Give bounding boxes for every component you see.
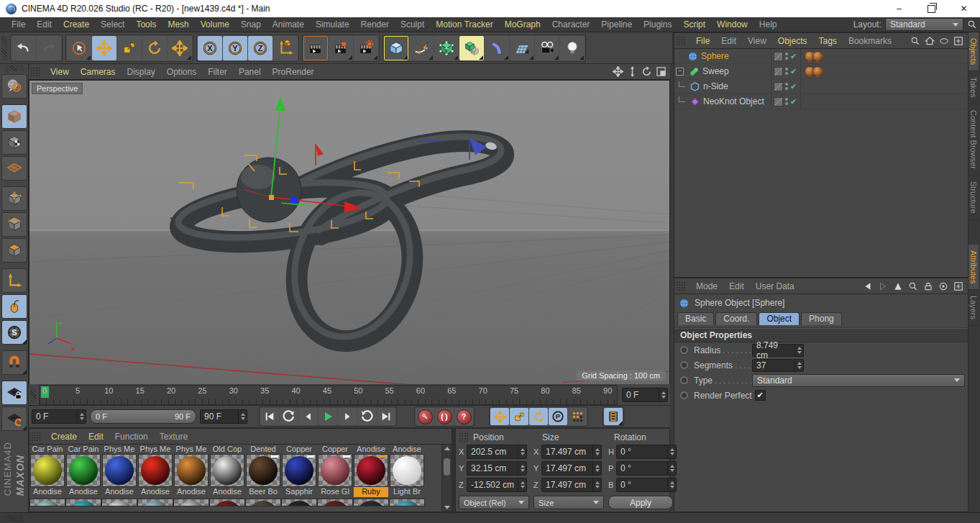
add-panel-icon[interactable] (953, 36, 963, 46)
menu-render[interactable]: Render (355, 19, 395, 29)
menu-help[interactable]: Help (754, 19, 783, 29)
menu-snap[interactable]: Snap (235, 19, 267, 29)
viewport-menu-options[interactable]: Options (161, 67, 202, 77)
workplane-lock-button[interactable] (1, 381, 27, 405)
current-frame-field[interactable]: 0 F (622, 388, 668, 402)
material-thumbnail[interactable] (138, 454, 173, 487)
material-thumbnail[interactable] (210, 454, 244, 487)
material-menu-edit[interactable]: Edit (83, 432, 109, 442)
skip-end-button[interactable] (377, 408, 395, 425)
render-visibility-dot[interactable] (785, 87, 788, 90)
am-menu-mode[interactable]: Mode (690, 281, 723, 291)
menu-select[interactable]: Select (95, 19, 130, 29)
material-item[interactable]: Beer Bo (245, 454, 281, 497)
enabled-check-icon[interactable]: ✔ (790, 97, 797, 106)
menu-mograph[interactable]: MoGraph (499, 19, 546, 29)
side-tab-layers[interactable]: Layers (968, 290, 979, 326)
restore-button[interactable] (915, 0, 948, 17)
object-row[interactable]: n-Side✔ (674, 79, 968, 94)
stepper-icon[interactable] (592, 462, 601, 475)
material-item-partial[interactable] (317, 499, 353, 506)
magnet-snap-button[interactable] (1, 350, 27, 375)
menu-simulate[interactable]: Simulate (310, 19, 355, 29)
viewport-menu-filter[interactable]: Filter (202, 67, 233, 77)
coord-field[interactable]: 0 ° (616, 478, 677, 492)
side-tab-structure[interactable]: Structure (968, 176, 979, 220)
visibility-dots[interactable] (785, 83, 788, 90)
record-key-button[interactable] (416, 408, 434, 425)
coord-field[interactable]: 0 ° (616, 445, 677, 459)
layer-swatch[interactable] (774, 52, 783, 61)
material-item[interactable]: Ruby (353, 454, 389, 497)
property-dropdown[interactable]: Standard (752, 374, 965, 387)
visibility-dots[interactable] (785, 68, 788, 75)
timeline-ruler[interactable]: 051015202530354045505560657075808590 (39, 385, 618, 405)
menu-plugins[interactable]: Plugins (638, 19, 677, 29)
material-item-partial[interactable] (173, 499, 209, 506)
tab-object[interactable]: Object (759, 312, 800, 325)
om-menu-objects[interactable]: Objects (772, 36, 813, 46)
om-menu-view[interactable]: View (742, 36, 772, 46)
orbit-button[interactable] (641, 65, 653, 78)
next-key-button[interactable] (357, 408, 376, 425)
lock-y-button[interactable]: Y (223, 36, 247, 60)
render-view-button[interactable] (303, 36, 328, 60)
light-button[interactable] (560, 36, 585, 60)
object-row[interactable]: Sphere✔ (674, 49, 968, 64)
deformers-button[interactable] (485, 36, 509, 60)
range-end-field[interactable]: 90 F (200, 409, 247, 424)
layer-swatch[interactable] (774, 82, 783, 91)
undo-button[interactable] (12, 36, 36, 60)
material-thumbnail[interactable] (354, 454, 388, 487)
menu-edit[interactable]: Edit (31, 19, 58, 29)
visibility-dots[interactable] (785, 53, 788, 60)
move-button[interactable] (92, 36, 116, 60)
record-auto-button[interactable]: ( ) (435, 408, 454, 425)
drag-handle[interactable] (5, 65, 24, 71)
material-item-partial[interactable] (245, 499, 281, 506)
viewport-menu-prorender[interactable]: ProRender (267, 67, 320, 77)
home-icon[interactable] (925, 36, 935, 46)
viewport-menu-display[interactable]: Display (121, 67, 160, 77)
material-item-partial[interactable] (209, 499, 245, 506)
material-item[interactable]: Anodise (137, 454, 173, 497)
drag-handle[interactable] (676, 281, 686, 291)
live-selection-button[interactable] (67, 36, 91, 60)
toggle-panel-button[interactable] (655, 65, 667, 78)
pan-button[interactable] (612, 65, 624, 78)
generators-button[interactable] (459, 36, 484, 60)
key-position-button[interactable] (490, 408, 509, 425)
target-icon[interactable] (938, 281, 948, 291)
material-thumbnail[interactable] (66, 454, 101, 487)
viewport-visibility-dot[interactable] (785, 68, 788, 71)
menu-sculpt[interactable]: Sculpt (395, 19, 430, 29)
key-parameter-button[interactable]: P (549, 408, 567, 425)
next-frame-button[interactable] (338, 408, 357, 425)
axis-mode-button[interactable] (1, 268, 27, 293)
scale-button[interactable] (117, 36, 142, 60)
menu-character[interactable]: Character (546, 19, 596, 29)
timeline-window-button[interactable] (604, 408, 623, 425)
material-item[interactable]: Rose Gl (317, 454, 353, 497)
coord-field[interactable]: 17.497 cm (541, 478, 602, 492)
stepper-icon[interactable] (518, 445, 526, 458)
search-icon[interactable] (910, 36, 920, 46)
viewport-visibility-dot[interactable] (785, 53, 788, 55)
material-item-partial[interactable] (353, 499, 389, 506)
property-field[interactable]: 8.749 cm (752, 344, 804, 357)
menu-mesh[interactable]: Mesh (162, 19, 194, 29)
material-item[interactable]: Anodise (173, 454, 209, 497)
om-menu-edit[interactable]: Edit (715, 36, 742, 46)
material-item[interactable]: Anodise (65, 454, 101, 497)
polygons-mode-button[interactable] (1, 238, 27, 263)
apply-button[interactable]: Apply (608, 496, 673, 509)
minimize-button[interactable]: – (883, 0, 915, 17)
material-item-partial[interactable] (101, 499, 137, 506)
stepper-icon[interactable] (667, 445, 676, 458)
rotate-button[interactable] (142, 36, 167, 60)
side-tab-objects[interactable]: Objects (968, 32, 979, 71)
om-menu-file[interactable]: File (690, 36, 715, 46)
material-item[interactable]: Light Br (389, 454, 425, 497)
scrollbar-thumb[interactable] (444, 458, 450, 476)
primitive-cube-button[interactable] (384, 36, 408, 60)
